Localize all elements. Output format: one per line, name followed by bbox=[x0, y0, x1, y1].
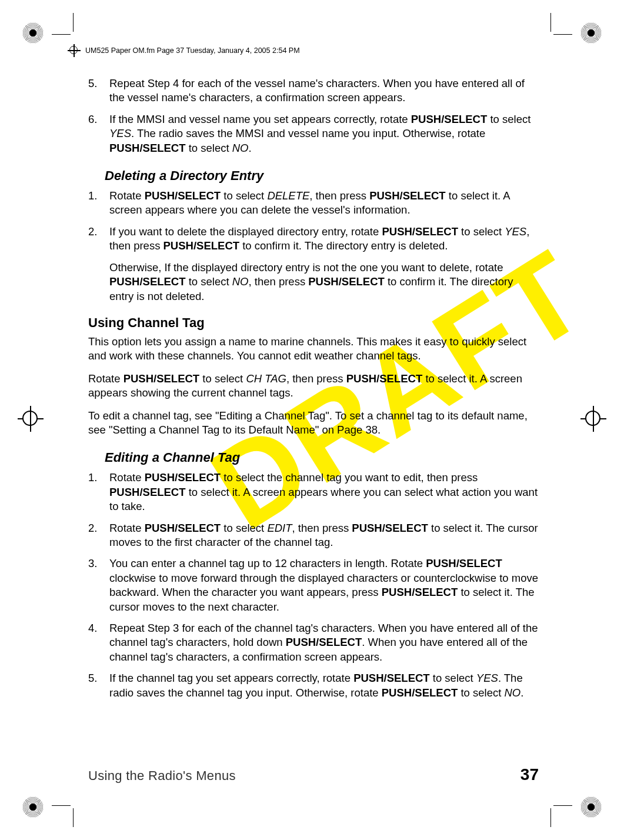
list-number: 3. bbox=[88, 556, 109, 614]
list-number: 1. bbox=[88, 189, 109, 218]
list-item: 6. If the MMSI and vessel name you set a… bbox=[88, 112, 539, 155]
crosshair-icon bbox=[580, 406, 606, 432]
list-body: Rotate PUSH/SELECT to select EDIT, then … bbox=[109, 521, 539, 550]
list-item: 1. Rotate PUSH/SELECT to select the chan… bbox=[88, 471, 539, 514]
list-number: 4. bbox=[88, 621, 109, 664]
registration-mark-icon bbox=[22, 796, 44, 818]
crop-mark bbox=[550, 808, 551, 827]
list-number: 5. bbox=[88, 76, 109, 105]
registration-mark-icon bbox=[580, 796, 602, 818]
list-item: 3. You can enter a channel tag up to 12 … bbox=[88, 556, 539, 614]
list-body: Rotate PUSH/SELECT to select DELETE, the… bbox=[109, 189, 539, 218]
crosshair-icon bbox=[18, 406, 44, 432]
list-item: 4. Repeat Step 3 for each of the channel… bbox=[88, 621, 539, 664]
paragraph: To edit a channel tag, see "Editing a Ch… bbox=[88, 409, 539, 438]
crop-mark bbox=[73, 13, 74, 32]
list-item: 1. Rotate PUSH/SELECT to select DELETE, … bbox=[88, 189, 539, 218]
list-body: Repeat Step 4 for each of the vessel nam… bbox=[109, 76, 539, 105]
list-number: 2. bbox=[88, 521, 109, 550]
page-number: 37 bbox=[520, 765, 539, 784]
crop-mark bbox=[73, 808, 74, 827]
paragraph: Rotate PUSH/SELECT to select CH TAG, the… bbox=[88, 372, 539, 401]
list-number: 5. bbox=[88, 671, 109, 700]
list-body: If the MMSI and vessel name you set appe… bbox=[109, 112, 539, 155]
list-item: 2. If you want to delete the displayed d… bbox=[88, 225, 539, 304]
paragraph: This option lets you assign a name to ma… bbox=[88, 335, 539, 364]
page-header: UM525 Paper OM.fm Page 37 Tuesday, Janua… bbox=[68, 44, 556, 57]
header-crosshair-icon bbox=[68, 44, 81, 57]
crop-mark bbox=[52, 34, 71, 35]
list-body: You can enter a channel tag up to 12 cha… bbox=[109, 556, 539, 614]
crop-mark bbox=[52, 805, 71, 806]
list-body: Repeat Step 3 for each of the channel ta… bbox=[109, 621, 539, 664]
crop-mark bbox=[553, 805, 572, 806]
header-text: UM525 Paper OM.fm Page 37 Tuesday, Janua… bbox=[85, 46, 300, 55]
subheading-deleting: Deleting a Directory Entry bbox=[105, 167, 539, 184]
list-body: Rotate PUSH/SELECT to select the channel… bbox=[109, 471, 539, 514]
registration-mark-icon bbox=[22, 22, 44, 44]
registration-mark-icon bbox=[580, 22, 602, 44]
heading-using-channel-tag: Using Channel Tag bbox=[88, 314, 539, 331]
list-item: 2. Rotate PUSH/SELECT to select EDIT, th… bbox=[88, 521, 539, 550]
list-number: 2. bbox=[88, 225, 109, 304]
list-body: If you want to delete the displayed dire… bbox=[109, 225, 539, 304]
footer-title: Using the Radio's Menus bbox=[88, 768, 236, 784]
list-number: 6. bbox=[88, 112, 109, 155]
list-number: 1. bbox=[88, 471, 109, 514]
subheading-editing: Editing a Channel Tag bbox=[105, 449, 539, 466]
crop-mark bbox=[550, 13, 551, 32]
list-item: 5. If the channel tag you set appears co… bbox=[88, 671, 539, 700]
list-body: If the channel tag you set appears corre… bbox=[109, 671, 539, 700]
page-content: 5. Repeat Step 4 for each of the vessel … bbox=[88, 76, 539, 707]
page-footer: Using the Radio's Menus 37 bbox=[88, 765, 539, 784]
list-item: 5. Repeat Step 4 for each of the vessel … bbox=[88, 76, 539, 105]
crop-mark bbox=[553, 34, 572, 35]
